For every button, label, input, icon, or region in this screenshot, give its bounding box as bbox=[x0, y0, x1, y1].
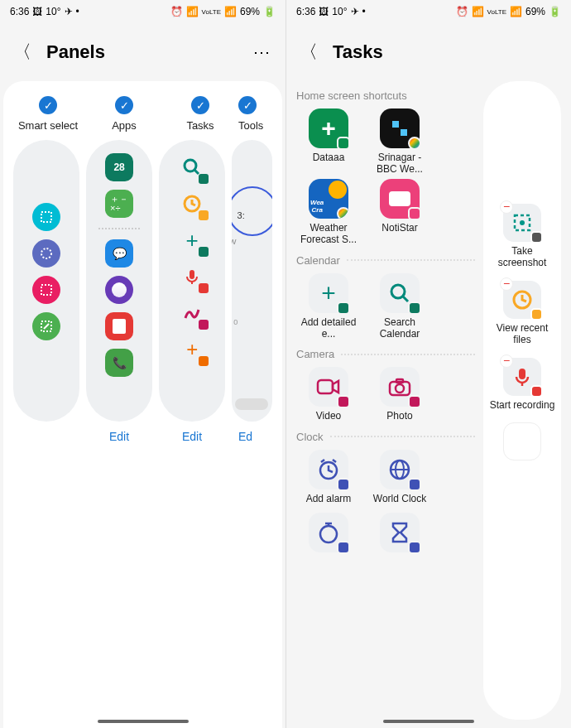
gear-icon[interactable] bbox=[530, 231, 543, 243]
browser-app-icon bbox=[105, 276, 133, 304]
section-home: Home screen shortcuts bbox=[296, 89, 475, 102]
rect-select-icon bbox=[32, 203, 60, 231]
calculator-app-icon: ＋－×÷ bbox=[105, 190, 133, 218]
svg-rect-13 bbox=[318, 380, 333, 393]
app-video[interactable]: Video bbox=[296, 367, 361, 422]
status-dot: • bbox=[362, 6, 366, 17]
tab-smart-select[interactable]: ✓ Smart select bbox=[10, 96, 86, 132]
back-icon[interactable]: 〈 bbox=[13, 40, 31, 65]
search-task-icon bbox=[178, 153, 206, 181]
signal-icon: 📶 bbox=[510, 6, 522, 17]
remove-icon[interactable]: − bbox=[500, 200, 513, 214]
tab-tools[interactable]: ✓ Tools bbox=[238, 96, 280, 132]
status-telegram-icon: ✈ bbox=[351, 6, 359, 17]
battery-text: 69% bbox=[525, 6, 545, 17]
app-weather[interactable]: WeaCraWeather Forecast S... bbox=[296, 179, 361, 246]
section-clock: Clock bbox=[296, 431, 475, 443]
panel-smart-select[interactable] bbox=[13, 140, 79, 422]
edit-apps[interactable]: Edit bbox=[86, 430, 152, 443]
selected-tasks-panel: − Take screenshot − View recent files − … bbox=[483, 81, 561, 720]
recent-files-task-icon bbox=[178, 190, 206, 218]
app-add-alarm[interactable]: Add alarm bbox=[296, 450, 361, 504]
page-title: Tasks bbox=[333, 41, 383, 63]
svg-rect-0 bbox=[41, 212, 51, 222]
check-icon: ✓ bbox=[115, 96, 133, 114]
edit-tools[interactable]: Ed bbox=[232, 430, 272, 443]
app-photo[interactable]: Photo bbox=[367, 367, 432, 422]
panels-row[interactable]: 28 ＋－×÷ 💬 📞 + + 3:NW bbox=[3, 140, 282, 422]
signal-icon: 📶 bbox=[224, 6, 237, 17]
slider-handle bbox=[235, 398, 268, 410]
gear-icon[interactable] bbox=[530, 385, 543, 398]
app-dataaa[interactable]: +Dataaa bbox=[296, 108, 361, 176]
status-time: 6:36 bbox=[10, 6, 29, 17]
divider bbox=[98, 228, 140, 229]
panel-apps[interactable]: 28 ＋－×÷ 💬 📞 bbox=[86, 140, 152, 422]
tasks-list[interactable]: Home screen shortcuts +Dataaa Srinagar -… bbox=[296, 81, 475, 720]
svg-point-11 bbox=[391, 285, 405, 298]
edit-row: Edit Edit Ed bbox=[3, 422, 282, 443]
gif-icon bbox=[32, 276, 60, 304]
status-image-icon: 🖼 bbox=[32, 6, 42, 17]
panels-body: ✓ Smart select ✓ Apps ✓ Tasks ✓ Tools bbox=[3, 81, 282, 728]
panels-header: 〈 Panels ⋮ bbox=[0, 23, 286, 81]
panels-screen: 6:36 🖼 10° ✈ • ⏰ 📶 VoLTE 📶 69% 🔋 〈 Panel… bbox=[0, 0, 286, 728]
edit-tasks[interactable]: Edit bbox=[159, 430, 225, 443]
back-icon[interactable]: 〈 bbox=[300, 40, 318, 65]
remove-icon[interactable]: − bbox=[500, 354, 513, 368]
svg-rect-29 bbox=[519, 369, 525, 379]
nav-handle[interactable] bbox=[98, 720, 189, 723]
notes-app-icon bbox=[105, 312, 133, 340]
messages-app-icon: 💬 bbox=[105, 239, 133, 268]
sp-start-recording[interactable]: − Start recording bbox=[490, 358, 555, 411]
remove-icon[interactable]: − bbox=[500, 277, 513, 291]
battery-icon: 🔋 bbox=[263, 6, 276, 17]
pin-icon bbox=[32, 312, 60, 340]
status-temp: 10° bbox=[332, 6, 347, 17]
svg-point-4 bbox=[185, 160, 196, 171]
battery-icon: 🔋 bbox=[549, 6, 561, 17]
alarm-icon: ⏰ bbox=[456, 6, 468, 17]
calendar-app-icon: 28 bbox=[105, 153, 133, 181]
svg-rect-9 bbox=[392, 121, 399, 128]
tab-apps[interactable]: ✓ Apps bbox=[86, 96, 162, 132]
svg-line-18 bbox=[321, 460, 324, 462]
mic-task-icon bbox=[178, 263, 206, 291]
page-title: Panels bbox=[46, 41, 105, 63]
svg-line-5 bbox=[194, 170, 199, 174]
phone-app-icon: 📞 bbox=[105, 349, 133, 377]
app-search-calendar[interactable]: Search Calendar bbox=[367, 273, 432, 340]
sp-view-recent[interactable]: − View recent files bbox=[488, 281, 556, 346]
volte-icon: VoLTE bbox=[202, 8, 221, 16]
status-temp: 10° bbox=[46, 6, 60, 17]
svg-point-23 bbox=[320, 526, 337, 542]
alarm-icon: ⏰ bbox=[170, 6, 183, 17]
status-telegram-icon: ✈ bbox=[65, 6, 73, 17]
panel-tools[interactable]: 3:NW 0 bbox=[232, 140, 272, 422]
section-calendar: Calendar bbox=[296, 254, 475, 267]
svg-point-27 bbox=[520, 220, 525, 225]
svg-rect-7 bbox=[190, 270, 194, 279]
app-add-event[interactable]: +Add detailed e... bbox=[296, 273, 361, 340]
app-timer[interactable] bbox=[367, 513, 432, 556]
app-notistar[interactable]: NotiStar bbox=[367, 179, 432, 246]
check-icon: ✓ bbox=[191, 96, 209, 114]
app-stopwatch[interactable] bbox=[296, 513, 361, 556]
panel-tabs: ✓ Smart select ✓ Apps ✓ Tasks ✓ Tools bbox=[3, 96, 282, 140]
sp-take-screenshot[interactable]: − Take screenshot bbox=[488, 204, 556, 269]
battery-text: 69% bbox=[240, 6, 260, 17]
panel-tasks[interactable]: + + bbox=[159, 140, 225, 422]
wifi-icon: 📶 bbox=[472, 6, 484, 17]
section-camera: Camera bbox=[296, 348, 475, 360]
app-srinagar[interactable]: Srinagar - BBC We... bbox=[367, 108, 432, 176]
app-world-clock[interactable]: World Clock bbox=[367, 450, 432, 504]
svg-rect-2 bbox=[41, 285, 51, 295]
tab-tasks[interactable]: ✓ Tasks bbox=[162, 96, 238, 132]
ruler-marks: 0 bbox=[233, 318, 238, 326]
nav-handle[interactable] bbox=[383, 720, 474, 723]
empty-slot[interactable] bbox=[503, 422, 541, 460]
volte-icon: VoLTE bbox=[487, 8, 506, 16]
more-icon[interactable]: ⋮ bbox=[252, 45, 272, 60]
svg-point-15 bbox=[396, 384, 404, 393]
gear-icon[interactable] bbox=[530, 308, 543, 321]
